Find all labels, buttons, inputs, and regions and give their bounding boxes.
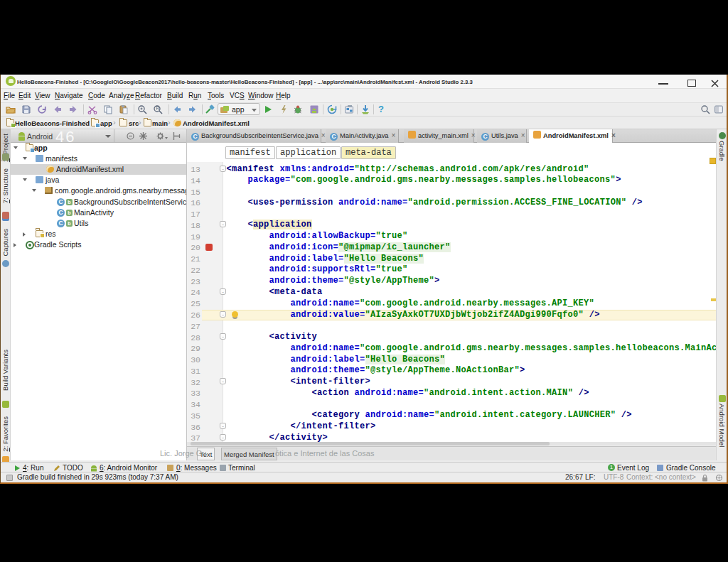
svg-text:R: R <box>156 106 159 111</box>
